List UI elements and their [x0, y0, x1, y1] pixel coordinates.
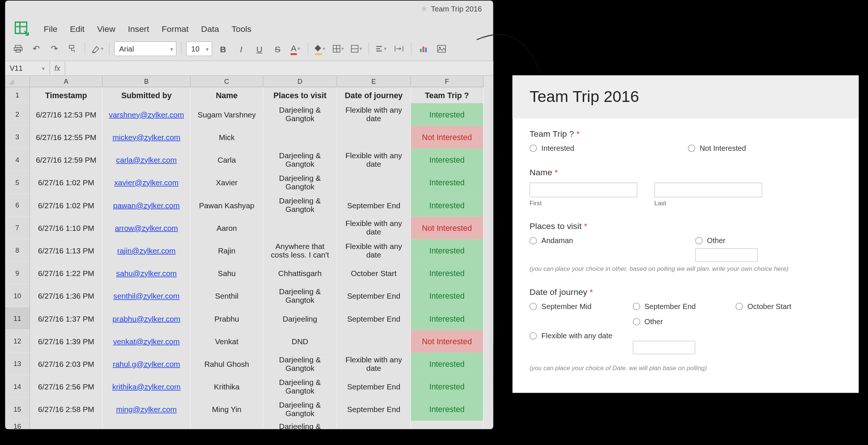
cell[interactable]: Not Interested — [411, 330, 484, 352]
col-header-F[interactable]: F — [411, 76, 484, 87]
cell[interactable]: 6/27/16 12:59 PM — [30, 149, 103, 171]
cell[interactable]: Places to visit — [263, 87, 337, 103]
cell[interactable]: Flexible with any date — [337, 239, 411, 262]
row-header[interactable]: 8 — [5, 239, 30, 262]
cell[interactable]: 6/27/16 1:39 PM — [30, 330, 103, 352]
cell[interactable]: Krithika — [191, 375, 263, 398]
cell[interactable]: 6/27/16 2:03 PM — [30, 353, 103, 375]
email-link[interactable]: varshney@zylker.com — [109, 110, 184, 119]
wrap-text-button[interactable] — [392, 41, 407, 56]
opt-andaman[interactable]: Andaman — [529, 236, 573, 245]
cell[interactable]: Timestamp — [30, 87, 103, 103]
email-link[interactable]: prabhu@zylker.com — [112, 314, 180, 323]
cell[interactable]: mickey@zylker.com — [103, 126, 191, 149]
places-other-input[interactable] — [695, 248, 757, 262]
first-name-input[interactable] — [529, 183, 637, 197]
cell[interactable]: Senthil — [191, 285, 263, 307]
cell[interactable]: Flexible with any date — [337, 353, 411, 375]
row-header[interactable]: 16 — [5, 421, 30, 429]
col-header-D[interactable]: D — [263, 76, 337, 87]
cell[interactable]: Not Interested — [411, 126, 484, 149]
row-header[interactable]: 15 — [5, 398, 30, 421]
menu-edit[interactable]: Edit — [70, 23, 85, 33]
cell[interactable]: Chhattisgarh — [263, 262, 337, 285]
opt-flexible[interactable]: Flexible with any date — [529, 318, 632, 354]
row-header[interactable]: 7 — [5, 216, 30, 239]
cell[interactable]: Darjeeling & Gangtok — [263, 149, 337, 171]
row-header[interactable]: 9 — [5, 262, 30, 285]
cell[interactable]: arrow@zylker.com — [103, 216, 191, 239]
row-header[interactable]: 11 — [5, 307, 30, 330]
row-header[interactable]: 6 — [5, 194, 30, 216]
cell[interactable]: Team Trip ? — [411, 87, 484, 103]
cell[interactable]: 6/27/16 1:02 PM — [30, 171, 103, 194]
text-color-button[interactable]: A▾ — [288, 41, 303, 56]
clear-format-icon[interactable]: ▾ — [90, 41, 105, 56]
italic-button[interactable]: I — [234, 41, 249, 56]
cell-reference[interactable]: V11▾ — [5, 64, 49, 73]
cell[interactable]: 6/27/16 12:55 PM — [30, 126, 103, 149]
merge-button[interactable]: ▾ — [349, 41, 364, 56]
cell[interactable]: Interested — [411, 398, 484, 421]
cell[interactable]: Sahu — [191, 262, 263, 285]
cell[interactable]: September End — [337, 375, 411, 398]
cell[interactable]: 6/27/16 1:02 PM — [30, 194, 103, 216]
cell[interactable]: Darjeeling & Gangtok — [263, 285, 337, 307]
cell[interactable]: September End — [337, 194, 411, 216]
cell[interactable]: Flexible with any date — [337, 103, 411, 126]
cell[interactable]: 6/27/16 1:13 PM — [30, 239, 103, 262]
cell[interactable]: prabhu@zylker.com — [103, 307, 191, 330]
opt-sept-mid[interactable]: September Mid — [529, 302, 632, 310]
cell[interactable]: Flexible with any date — [337, 149, 411, 171]
menu-tools[interactable]: Tools — [231, 23, 251, 33]
cell[interactable]: Interested — [411, 285, 484, 307]
cell[interactable]: rahul.g@zylker.com — [103, 353, 191, 375]
menu-file[interactable]: File — [44, 23, 57, 33]
date-other-input[interactable] — [632, 341, 695, 355]
grid[interactable]: ABCDEF 12345678910111213141516 Timestamp… — [5, 76, 493, 429]
redo-icon[interactable]: ↷ — [47, 41, 62, 56]
chart-icon[interactable] — [416, 41, 431, 56]
cell[interactable]: Prabhu — [191, 307, 263, 330]
cell[interactable]: venkat@zylker.com — [103, 330, 191, 352]
image-icon[interactable] — [434, 41, 449, 56]
cell[interactable]: Darjeeling & Gangtok — [263, 194, 337, 216]
fx-label[interactable]: fx — [49, 61, 65, 75]
cell[interactable]: Ming Yin — [191, 398, 263, 421]
cell[interactable]: 6/27/16 1:10 PM — [30, 216, 103, 239]
cell[interactable] — [337, 171, 411, 194]
cell[interactable] — [30, 421, 103, 429]
cell[interactable]: Date of journey — [337, 87, 411, 103]
cell[interactable]: ming@zylker.com — [103, 398, 191, 421]
menu-format[interactable]: Format — [162, 23, 189, 33]
opt-sept-end[interactable]: September End — [632, 302, 736, 310]
cell[interactable]: Darjeeling & Gangtok — [263, 353, 337, 375]
email-link[interactable]: senthil@zylker.com — [114, 292, 180, 300]
doc-title[interactable]: Team Trip 2016 — [431, 4, 482, 13]
cell[interactable]: xavier@zylker.com — [103, 171, 191, 194]
cell[interactable]: Venkat — [191, 330, 263, 352]
cell[interactable] — [337, 330, 411, 352]
cell[interactable]: 6/27/16 2:56 PM — [30, 375, 103, 398]
cell[interactable] — [411, 421, 484, 429]
cell[interactable]: pawan@zylker.com — [103, 194, 191, 216]
cell[interactable]: Darjeeling & — [263, 421, 337, 429]
print-icon[interactable] — [11, 41, 26, 56]
opt-date-other[interactable]: Other — [632, 318, 667, 326]
strikethrough-button[interactable]: S — [270, 41, 285, 56]
row-header[interactable]: 4 — [5, 149, 30, 171]
cell[interactable]: Name — [191, 87, 263, 103]
cell[interactable]: Rajin — [191, 239, 263, 262]
cell[interactable]: Carla — [191, 149, 263, 171]
cell[interactable]: Pawan Kashyap — [191, 194, 263, 216]
col-header-A[interactable]: A — [30, 76, 103, 87]
bold-button[interactable]: B — [216, 41, 230, 56]
cell[interactable]: senthil@zylker.com — [103, 285, 191, 307]
cell[interactable]: September End — [337, 398, 411, 421]
fill-color-button[interactable]: ◆▾ — [313, 41, 328, 56]
cell[interactable]: Darjeeling & Gangtok — [263, 375, 337, 398]
menu-insert[interactable]: Insert — [128, 23, 149, 33]
cell[interactable]: Darjeeling & Gangtok — [263, 398, 337, 421]
email-link[interactable]: rajin@zylker.com — [117, 246, 176, 255]
cell[interactable]: 6/27/16 1:22 PM — [30, 262, 103, 285]
